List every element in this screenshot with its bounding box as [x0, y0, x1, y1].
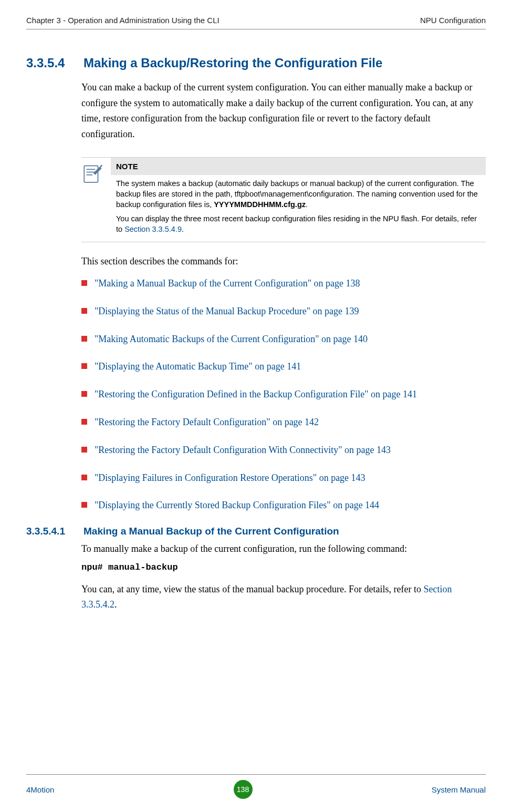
- command-line: npu# manual-backup: [81, 562, 486, 572]
- header-right: NPU Configuration: [420, 16, 486, 25]
- list-link[interactable]: "Restoring the Factory Default Configura…: [95, 415, 319, 430]
- list-link[interactable]: "Displaying Failures in Configuration Re…: [95, 470, 365, 486]
- bullet-icon: [81, 391, 87, 397]
- list-item: "Restoring the Factory Default Configura…: [81, 415, 486, 430]
- tail-b: .: [114, 599, 117, 610]
- list-link[interactable]: "Displaying the Automatic Backup Time" o…: [95, 359, 301, 374]
- subsection-title: Making a Manual Backup of the Current Co…: [83, 526, 339, 537]
- list-item: "Restoring the Factory Default Configura…: [81, 443, 486, 458]
- footer-right: System Manual: [432, 785, 486, 794]
- list-item: "Displaying the Automatic Backup Time" o…: [81, 359, 486, 374]
- tail-a: You can, at any time, view the status of…: [81, 584, 423, 594]
- list-intro: This section describes the commands for:: [81, 254, 486, 270]
- list-link[interactable]: "Displaying the Status of the Manual Bac…: [95, 304, 359, 319]
- note-link[interactable]: Section 3.3.5.4.9: [124, 225, 182, 233]
- bullet-icon: [81, 308, 87, 314]
- page-header: Chapter 3 - Operation and Administration…: [26, 16, 486, 29]
- subsection-heading: 3.3.5.4.1 Making a Manual Backup of the …: [26, 526, 486, 537]
- bullet-icon: [81, 502, 87, 508]
- bullet-icon: [81, 419, 87, 425]
- list-link[interactable]: "Restoring the Factory Default Configura…: [95, 443, 391, 458]
- bullet-icon: [81, 280, 87, 286]
- bullet-icon: [81, 336, 87, 342]
- list-item: "Making Automatic Backups of the Current…: [81, 332, 486, 347]
- list-link[interactable]: "Displaying the Currently Stored Backup …: [95, 498, 379, 513]
- note-icon: [81, 158, 107, 242]
- list-link[interactable]: "Restoring the Configuration Defined in …: [95, 387, 417, 402]
- list-item: "Restoring the Configuration Defined in …: [81, 387, 486, 402]
- note-filename: YYYYMMDDHHMM.cfg.gz: [214, 200, 306, 209]
- list-item: "Displaying Failures in Configuration Re…: [81, 470, 486, 486]
- link-list: "Making a Manual Backup of the Current C…: [81, 276, 486, 513]
- section-intro: You can make a backup of the current sys…: [81, 80, 486, 142]
- subsection-body: To manually make a backup of the current…: [81, 541, 486, 557]
- bullet-icon: [81, 447, 87, 453]
- note-p1-b: .: [306, 200, 308, 209]
- list-item: "Making a Manual Backup of the Current C…: [81, 276, 486, 291]
- note-p2-b: .: [182, 225, 184, 233]
- note-label: NOTE: [111, 158, 486, 175]
- header-left: Chapter 3 - Operation and Administration…: [26, 16, 220, 25]
- page-footer: 4Motion 138 System Manual: [26, 774, 486, 799]
- list-item: "Displaying the Currently Stored Backup …: [81, 498, 486, 513]
- section-number: 3.3.5.4: [26, 56, 81, 70]
- list-item: "Displaying the Status of the Manual Bac…: [81, 304, 486, 319]
- bullet-icon: [81, 363, 87, 369]
- list-link[interactable]: "Making Automatic Backups of the Current…: [95, 332, 368, 347]
- note-box: NOTE The system makes a backup (automati…: [81, 157, 486, 242]
- section-title: Making a Backup/Restoring the Configurat…: [83, 56, 382, 70]
- subsection-tail: You can, at any time, view the status of…: [81, 582, 486, 613]
- subsection-number: 3.3.5.4.1: [26, 526, 81, 537]
- footer-left: 4Motion: [26, 785, 54, 794]
- page-number-badge: 138: [234, 780, 253, 799]
- list-link[interactable]: "Making a Manual Backup of the Current C…: [95, 276, 360, 291]
- note-text: The system makes a backup (automatic dai…: [111, 178, 486, 242]
- section-heading: 3.3.5.4 Making a Backup/Restoring the Co…: [26, 56, 486, 70]
- bullet-icon: [81, 475, 87, 480]
